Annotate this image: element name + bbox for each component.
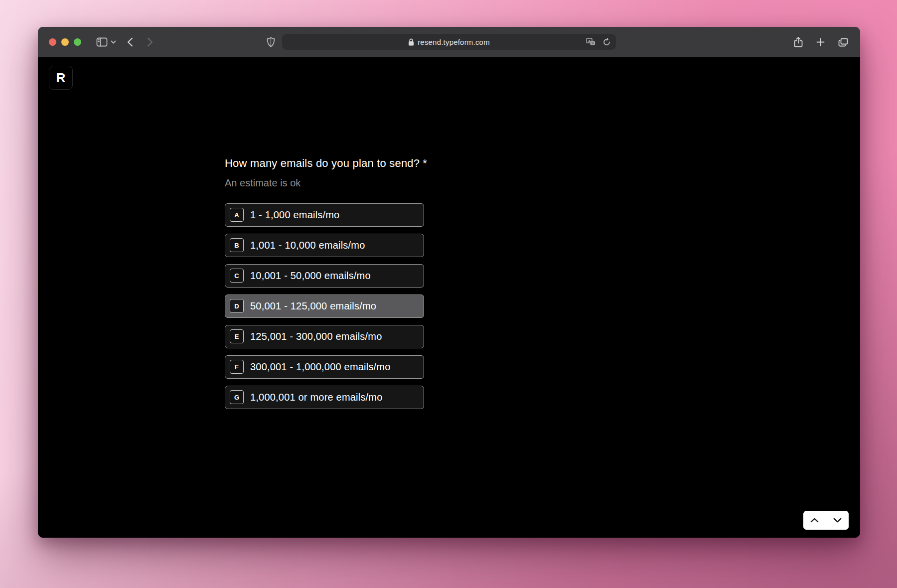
option-c-key: C: [230, 269, 244, 283]
option-g[interactable]: G 1,000,001 or more emails/mo: [225, 386, 424, 409]
toolbar-right-actions: [794, 27, 848, 57]
option-d[interactable]: D 50,001 - 125,000 emails/mo: [225, 294, 424, 318]
option-d-label: 50,001 - 125,000 emails/mo: [250, 300, 376, 312]
content-blocker-wrap: [267, 27, 275, 57]
option-c-label: 10,001 - 50,000 emails/mo: [250, 270, 371, 282]
shield-icon: [267, 37, 275, 47]
option-e-key: E: [230, 329, 244, 343]
sidebar-menu-button[interactable]: [111, 40, 116, 44]
forward-icon: [147, 37, 153, 47]
required-marker: *: [423, 157, 427, 169]
url-text: resend.typeform.com: [418, 38, 490, 46]
typeform-page: R How many emails do you plan to send?* …: [38, 58, 860, 538]
question-block: How many emails do you plan to send?* An…: [225, 156, 484, 416]
tab-overview-button[interactable]: [838, 38, 848, 47]
question-text: How many emails do you plan to send?: [225, 157, 420, 169]
option-c[interactable]: C 10,001 - 50,000 emails/mo: [225, 264, 424, 288]
option-b[interactable]: B 1,001 - 10,000 emails/mo: [225, 234, 424, 257]
browser-toolbar: resend.typeform.com A S: [38, 27, 860, 57]
new-tab-icon: [816, 38, 825, 46]
options-list: A 1 - 1,000 emails/mo B 1,001 - 10,000 e…: [225, 203, 424, 409]
chevron-down-icon: [111, 40, 116, 44]
back-icon: [127, 37, 133, 47]
content-blocker-button[interactable]: [267, 37, 275, 47]
lock-icon: [408, 38, 414, 46]
tab-overview-icon: [838, 38, 848, 47]
option-a[interactable]: A 1 - 1,000 emails/mo: [225, 203, 424, 227]
sidebar-icon: [96, 37, 108, 47]
forward-button[interactable]: [147, 37, 153, 47]
question-title: How many emails do you plan to send?*: [225, 156, 484, 171]
translate-button[interactable]: A S: [586, 38, 596, 46]
browser-window: resend.typeform.com A S: [38, 27, 860, 538]
address-bar-actions: A S: [586, 34, 610, 50]
option-d-key: D: [230, 299, 244, 313]
option-e[interactable]: E 125,001 - 300,000 emails/mo: [225, 325, 424, 348]
previous-question-button[interactable]: [803, 511, 826, 530]
reload-button[interactable]: [603, 38, 610, 46]
chevron-up-icon: [810, 518, 819, 523]
share-button[interactable]: [794, 37, 803, 48]
address-bar[interactable]: resend.typeform.com A S: [282, 34, 616, 50]
question-pager: [803, 511, 849, 530]
back-button[interactable]: [127, 37, 133, 47]
option-f-label: 300,001 - 1,000,000 emails/mo: [250, 361, 391, 373]
svg-text:S: S: [592, 41, 594, 45]
minimize-window-button[interactable]: [61, 38, 69, 46]
option-g-label: 1,000,001 or more emails/mo: [250, 392, 383, 403]
close-window-button[interactable]: [49, 38, 56, 46]
translate-icon: A S: [586, 38, 596, 46]
nav-cluster: [96, 37, 153, 47]
next-question-button[interactable]: [826, 511, 849, 530]
sidebar-toggle-button[interactable]: [96, 37, 108, 47]
chevron-down-icon: [833, 518, 842, 523]
option-a-label: 1 - 1,000 emails/mo: [250, 209, 339, 221]
reload-icon: [603, 38, 610, 46]
question-subtitle: An estimate is ok: [225, 177, 484, 189]
option-g-key: G: [230, 390, 244, 404]
option-b-label: 1,001 - 10,000 emails/mo: [250, 240, 365, 251]
option-f-key: F: [230, 360, 244, 374]
share-icon: [794, 37, 803, 48]
option-a-key: A: [230, 208, 244, 222]
zoom-window-button[interactable]: [74, 38, 81, 46]
brand-logo: R: [49, 66, 73, 90]
option-e-label: 125,001 - 300,000 emails/mo: [250, 331, 382, 342]
option-f[interactable]: F 300,001 - 1,000,000 emails/mo: [225, 355, 424, 379]
new-tab-button[interactable]: [816, 38, 825, 46]
address-bar-content: resend.typeform.com: [408, 38, 490, 46]
option-b-key: B: [230, 238, 244, 252]
window-controls: [49, 38, 81, 46]
